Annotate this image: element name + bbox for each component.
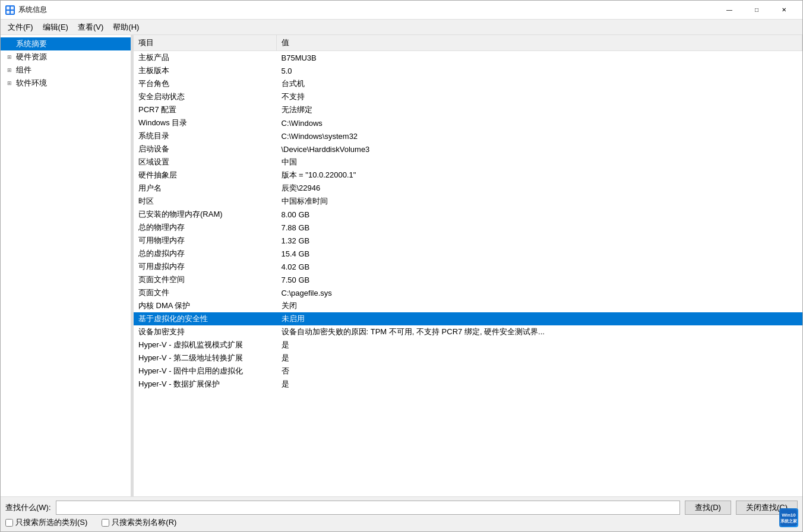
table-row[interactable]: 用户名辰奕\22946 — [134, 182, 802, 195]
table-cell-value: C:\pagefile.sys — [276, 286, 802, 299]
table-cell-name: 系统目录 — [134, 129, 276, 142]
table-cell-name: 页面文件 — [134, 286, 276, 299]
table-cell-value: 未启用 — [276, 312, 802, 325]
table-row[interactable]: 总的物理内存7.88 GB — [134, 221, 802, 234]
title-bar: 系统信息 — □ ✕ — [1, 1, 802, 20]
table-cell-value: 是 — [276, 352, 802, 365]
search-input[interactable] — [56, 501, 680, 515]
tree-expander-hardware: ⊞ — [5, 54, 14, 60]
table-cell-name: 时区 — [134, 195, 276, 208]
tree-item-hardware[interactable]: ⊞硬件资源 — [1, 50, 131, 64]
tree-expander-software: ⊞ — [5, 80, 14, 86]
table-cell-value: 设备自动加密失败的原因: TPM 不可用, 不支持 PCR7 绑定, 硬件安全测… — [276, 325, 802, 338]
table-cell-value: 中国标准时间 — [276, 195, 802, 208]
svg-rect-1 — [11, 7, 14, 10]
table-row[interactable]: 主板版本5.0 — [134, 64, 802, 77]
table-cell-value: C:\Windows\system32 — [276, 129, 802, 142]
tree-item-components[interactable]: ⊞组件 — [1, 64, 131, 77]
table-cell-value: C:\Windows — [276, 116, 802, 129]
table-row[interactable]: 页面文件空间7.50 GB — [134, 273, 802, 286]
col-header-name: 项目 — [134, 35, 276, 51]
table-cell-value: 版本 = "10.0.22000.1" — [276, 169, 802, 182]
tree-item-software[interactable]: ⊞软件环境 — [1, 77, 131, 90]
table-row[interactable]: 基于虚拟化的安全性未启用 — [134, 312, 802, 325]
table-cell-value: B75MU3B — [276, 51, 802, 65]
table-cell-name: 区域设置 — [134, 156, 276, 169]
menu-file[interactable]: 文件(F) — [3, 21, 38, 34]
minimize-button[interactable]: — — [716, 1, 743, 20]
menu-edit[interactable]: 编辑(E) — [38, 21, 73, 34]
table-row[interactable]: 可用虚拟内存4.02 GB — [134, 260, 802, 273]
table-row[interactable]: PCR7 配置无法绑定 — [134, 103, 802, 116]
menu-view[interactable]: 查看(V) — [73, 21, 108, 34]
checkbox-name-input[interactable] — [102, 519, 109, 527]
tree-label-summary: 系统摘要 — [16, 39, 47, 49]
table-cell-name: Windows 目录 — [134, 116, 276, 129]
table-cell-value: 无法绑定 — [276, 103, 802, 116]
menu-help[interactable]: 帮助(H) — [108, 21, 144, 34]
table-row[interactable]: Hyper-V - 第二级地址转换扩展是 — [134, 352, 802, 365]
table-cell-value: 1.32 GB — [276, 234, 802, 247]
table-row[interactable]: 内核 DMA 保护关闭 — [134, 299, 802, 312]
table-body: 主板产品B75MU3B主板版本5.0平台角色台式机安全启动状态不支持PCR7 配… — [134, 51, 802, 391]
checkbox-category-input[interactable] — [5, 519, 13, 527]
svg-rect-0 — [7, 7, 10, 10]
table-row[interactable]: 硬件抽象层版本 = "10.0.22000.1" — [134, 169, 802, 182]
table-row[interactable]: 可用物理内存1.32 GB — [134, 234, 802, 247]
table-row[interactable]: Hyper-V - 虚拟机监视模式扩展是 — [134, 338, 802, 352]
tree-view: 系统摘要⊞硬件资源⊞组件⊞软件环境 — [1, 37, 131, 90]
table-cell-name: 内核 DMA 保护 — [134, 299, 276, 312]
table-cell-name: 总的虚拟内存 — [134, 247, 276, 260]
table-row[interactable]: 页面文件C:\pagefile.sys — [134, 286, 802, 299]
table-cell-name: 基于虚拟化的安全性 — [134, 312, 276, 325]
window-controls: — □ ✕ — [716, 1, 798, 20]
maximize-button[interactable]: □ — [743, 1, 770, 20]
table-cell-name: PCR7 配置 — [134, 103, 276, 116]
table-cell-value: 5.0 — [276, 64, 802, 77]
table-cell-name: 页面文件空间 — [134, 273, 276, 286]
table-cell-value: \Device\HarddiskVolume3 — [276, 142, 802, 156]
table-cell-name: 安全启动状态 — [134, 90, 276, 103]
table-row[interactable]: 主板产品B75MU3B — [134, 51, 802, 65]
table-cell-name: 可用虚拟内存 — [134, 260, 276, 273]
table-row[interactable]: Hyper-V - 固件中启用的虚拟化否 — [134, 365, 802, 378]
table-row[interactable]: Hyper-V - 数据扩展保护是 — [134, 378, 802, 391]
svg-rect-3 — [11, 11, 14, 14]
table-row[interactable]: 安全启动状态不支持 — [134, 90, 802, 103]
tree-label-hardware: 硬件资源 — [16, 52, 47, 62]
table-cell-value: 是 — [276, 338, 802, 352]
watermark-icon: Win10 系统之家 — [779, 508, 798, 527]
table-cell-value: 中国 — [276, 156, 802, 169]
checkbox-category-label: 只搜索所选的类别(S) — [15, 517, 87, 528]
table-row[interactable]: 区域设置中国 — [134, 156, 802, 169]
info-panel: 项目 值 主板产品B75MU3B主板版本5.0平台角色台式机安全启动状态不支持P… — [134, 35, 802, 496]
table-row[interactable]: 系统目录C:\Windows\system32 — [134, 129, 802, 142]
table-cell-value: 关闭 — [276, 299, 802, 312]
close-button[interactable]: ✕ — [770, 1, 798, 20]
table-cell-value: 否 — [276, 365, 802, 378]
checkbox-row: 只搜索所选的类别(S) 只搜索类别名称(R) — [5, 517, 798, 528]
table-row[interactable]: 时区中国标准时间 — [134, 195, 802, 208]
checkbox-name-label: 只搜索类别名称(R) — [112, 517, 176, 528]
checkbox-category[interactable]: 只搜索所选的类别(S) — [5, 517, 87, 528]
table-row[interactable]: 启动设备\Device\HarddiskVolume3 — [134, 142, 802, 156]
svg-rect-2 — [7, 11, 10, 14]
main-window: 系统信息 — □ ✕ 文件(F) 编辑(E) 查看(V) 帮助(H) 系统摘要⊞… — [0, 0, 803, 532]
table-cell-name: 已安装的物理内存(RAM) — [134, 208, 276, 221]
table-cell-name: 可用物理内存 — [134, 234, 276, 247]
main-content: 系统摘要⊞硬件资源⊞组件⊞软件环境 项目 值 主板产品B75MU3B主板版本5.… — [1, 35, 802, 496]
search-row: 查找什么(W): 查找(D) 关闭查找(C) — [5, 501, 798, 515]
search-button[interactable]: 查找(D) — [685, 501, 731, 515]
table-row[interactable]: 设备加密支持设备自动加密失败的原因: TPM 不可用, 不支持 PCR7 绑定,… — [134, 325, 802, 338]
table-cell-name: 设备加密支持 — [134, 325, 276, 338]
table-cell-name: 平台角色 — [134, 77, 276, 90]
table-row[interactable]: 已安装的物理内存(RAM)8.00 GB — [134, 208, 802, 221]
table-cell-value: 15.4 GB — [276, 247, 802, 260]
checkbox-name[interactable]: 只搜索类别名称(R) — [102, 517, 176, 528]
table-row[interactable]: 总的虚拟内存15.4 GB — [134, 247, 802, 260]
watermark: Win10 系统之家 — [779, 508, 798, 527]
tree-item-summary[interactable]: 系统摘要 — [1, 37, 131, 50]
table-row[interactable]: 平台角色台式机 — [134, 77, 802, 90]
table-row[interactable]: Windows 目录C:\Windows — [134, 116, 802, 129]
app-icon — [5, 5, 15, 15]
